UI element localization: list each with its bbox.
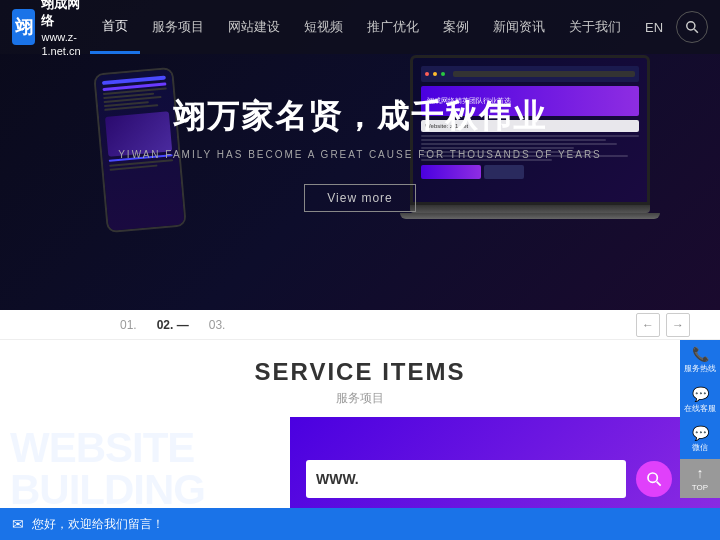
top-icon: ↑ [697, 465, 704, 481]
hero-title-chinese: 翊万家名贤，成千秋伟业 [110, 95, 610, 139]
logo-name: 翊成网络 [41, 0, 90, 30]
logo-icon: 翊 [12, 9, 35, 45]
chat-label: 在线客服 [684, 404, 716, 414]
chat-bar-icon: ✉ [12, 516, 24, 532]
phone-icon: 📞 [692, 346, 709, 362]
chat-bar[interactable]: ✉ 您好，欢迎给我们留言！ [0, 508, 720, 540]
float-buttons: 📞 服务热线 💬 在线客服 💬 微信 ↑ TOP [680, 340, 720, 498]
nav-item-about[interactable]: 关于我们 [557, 0, 633, 54]
view-more-button[interactable]: View more [304, 184, 415, 212]
nav-item-service[interactable]: 服务项目 [140, 0, 216, 54]
domain-search-button[interactable] [636, 461, 672, 497]
phone-label: 服务热线 [684, 364, 716, 374]
svg-point-0 [687, 22, 695, 30]
svg-line-3 [657, 481, 661, 485]
navbar: 翊 翊成网络 www.z-1.net.cn 首页 服务项目 网站建设 短视频 推… [0, 0, 720, 54]
nav-item-cases[interactable]: 案例 [431, 0, 481, 54]
nav-item-news[interactable]: 新闻资讯 [481, 0, 557, 54]
next-arrow[interactable]: → [666, 313, 690, 337]
hero-title-english: YIWAN FAMILY HAS BECOME A GREAT CAUSE FO… [110, 149, 610, 160]
indicator-01[interactable]: 01. [120, 318, 137, 332]
logo-url: www.z-1.net.cn [41, 30, 90, 59]
wechat-label: 微信 [692, 443, 708, 453]
service-title: SERVICE ITEMS [255, 358, 466, 386]
chat-icon: 💬 [692, 386, 709, 402]
top-label: TOP [692, 483, 708, 493]
search-button[interactable] [676, 11, 708, 43]
float-btn-top[interactable]: ↑ TOP [680, 459, 720, 499]
section-indicator: 01. 02. — 03. ← → [0, 310, 720, 340]
nav-item-en[interactable]: EN [633, 0, 675, 54]
nav-item-website[interactable]: 网站建设 [216, 0, 292, 54]
slide-arrows: ← → [636, 313, 690, 337]
nav-item-promotion[interactable]: 推广优化 [355, 0, 431, 54]
domain-input-text[interactable]: WWW. [316, 471, 359, 487]
service-subtitle: 服务项目 [336, 390, 384, 407]
float-btn-wechat[interactable]: 💬 微信 [680, 419, 720, 459]
chat-bar-text: 您好，欢迎给我们留言！ [32, 516, 164, 533]
logo[interactable]: 翊 翊成网络 www.z-1.net.cn [0, 0, 90, 58]
svg-point-2 [648, 473, 657, 482]
prev-arrow[interactable]: ← [636, 313, 660, 337]
indicator-03[interactable]: 03. [209, 318, 226, 332]
indicator-02[interactable]: 02. — [157, 318, 189, 332]
domain-input-wrap[interactable]: WWW. [306, 460, 626, 498]
website-building-text: WEBSITE BUILDING [10, 427, 205, 511]
nav-menu: 首页 服务项目 网站建设 短视频 推广优化 案例 新闻资讯 关于我们 EN [90, 0, 676, 54]
nav-item-home[interactable]: 首页 [90, 0, 140, 54]
nav-item-video[interactable]: 短视频 [292, 0, 355, 54]
hero-content: 翊万家名贤，成千秋伟业 YIWAN FAMILY HAS BECOME A GR… [110, 95, 610, 212]
wechat-icon: 💬 [692, 425, 709, 441]
svg-line-1 [694, 29, 698, 33]
float-btn-phone[interactable]: 📞 服务热线 [680, 340, 720, 380]
float-btn-chat[interactable]: 💬 在线客服 [680, 380, 720, 420]
